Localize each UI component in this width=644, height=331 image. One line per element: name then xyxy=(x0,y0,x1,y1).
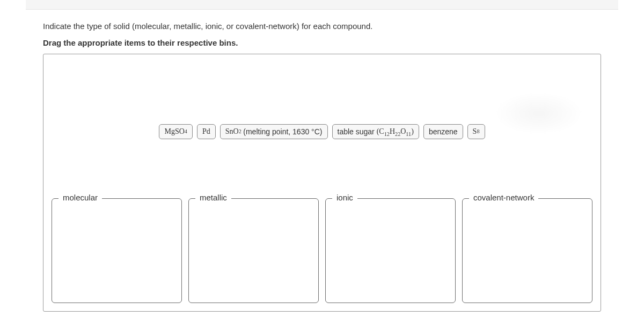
draggable-item-table-sugar[interactable]: table sugar (C12H22O11) xyxy=(332,124,419,139)
question-content: Indicate the type of solid (molecular, m… xyxy=(0,10,644,322)
draggable-item-mgso4[interactable]: MgSO4 xyxy=(159,124,192,139)
bin-label-molecular: molecular xyxy=(58,193,102,202)
drag-workspace: MgSO4 Pd SnO2 (melting point, 1630 °C) t… xyxy=(43,54,601,312)
draggable-item-pd[interactable]: Pd xyxy=(197,124,216,139)
bin-label-covalent-network: covalent-network xyxy=(469,193,538,202)
top-bar xyxy=(26,0,618,10)
bin-label-ionic: ionic xyxy=(332,193,357,202)
bins-row: molecular metallic ionic covalent-networ… xyxy=(52,198,592,303)
draggable-item-s8[interactable]: S8 xyxy=(467,124,485,139)
bin-covalent-network[interactable]: covalent-network xyxy=(462,198,592,303)
question-text: Indicate the type of solid (molecular, m… xyxy=(43,20,601,33)
bin-metallic[interactable]: metallic xyxy=(188,198,319,303)
bin-label-metallic: metallic xyxy=(195,193,231,202)
draggable-item-sno2[interactable]: SnO2 (melting point, 1630 °C) xyxy=(220,124,328,139)
bin-ionic[interactable]: ionic xyxy=(325,198,456,303)
instruction-text: Drag the appropriate items to their resp… xyxy=(43,38,601,47)
bin-molecular[interactable]: molecular xyxy=(52,198,182,303)
draggable-item-benzene[interactable]: benzene xyxy=(423,124,463,139)
draggable-items-row: MgSO4 Pd SnO2 (melting point, 1630 °C) t… xyxy=(43,124,601,139)
